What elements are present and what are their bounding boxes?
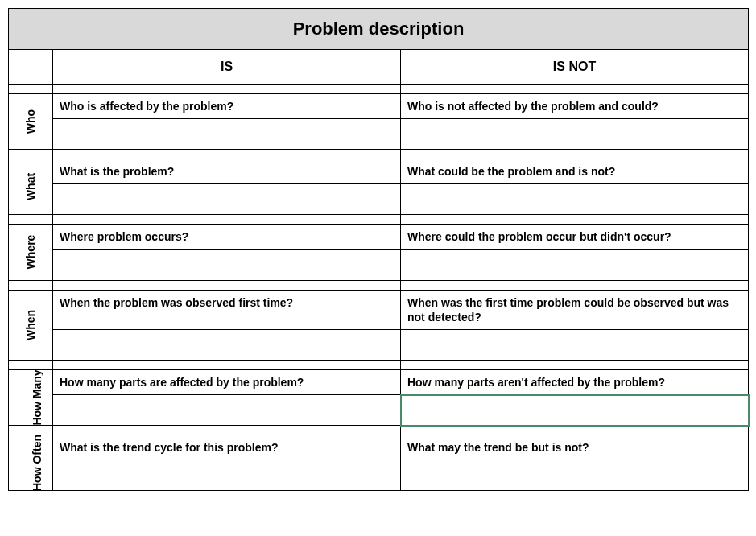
section-gap [9, 280, 749, 290]
table-row [9, 460, 749, 491]
header-blank [9, 50, 53, 85]
table-title: Problem description [9, 9, 749, 50]
is-question: What is the trend cycle for this problem… [53, 435, 401, 460]
isnot-question: What may the trend be but is not? [401, 435, 749, 460]
table-row: WhoWho is affected by the problem?Who is… [9, 94, 749, 119]
header-is: IS [53, 50, 401, 85]
is-question: What is the problem? [53, 159, 401, 184]
isnot-answer-cell[interactable] [401, 249, 749, 280]
is-answer-cell[interactable] [53, 184, 401, 215]
is-answer-cell[interactable] [53, 249, 401, 280]
header-isnot: IS NOT [401, 50, 749, 85]
row-label-text: How Often [31, 435, 43, 491]
section-gap [9, 360, 749, 369]
row-label: How Often [9, 435, 53, 491]
table-row: WhereWhere problem occurs?Where could th… [9, 225, 749, 249]
is-answer-cell[interactable] [53, 460, 401, 491]
section-gap [9, 426, 749, 435]
is-answer-cell[interactable] [53, 395, 401, 426]
table-row [9, 119, 749, 150]
table-row [9, 184, 749, 215]
isnot-question: How many parts aren't affected by the pr… [401, 369, 749, 394]
section-gap [9, 85, 749, 94]
is-question: Who is affected by the problem? [53, 94, 401, 119]
table-row: How OftenWhat is the trend cycle for thi… [9, 435, 749, 460]
table-row: WhatWhat is the problem?What could be th… [9, 159, 749, 184]
isnot-answer-cell[interactable] [401, 184, 749, 215]
is-answer-cell[interactable] [53, 329, 401, 360]
table-row [9, 249, 749, 280]
row-label: How Many [9, 369, 53, 425]
isnot-answer-cell[interactable] [401, 395, 749, 426]
row-label-text: How Many [31, 369, 43, 425]
row-label-text: What [24, 173, 37, 200]
row-label-text: Who [24, 109, 37, 134]
row-label-text: Where [24, 235, 37, 270]
problem-description-table: Problem description IS IS NOT WhoWho is … [8, 8, 749, 491]
isnot-answer-cell[interactable] [401, 119, 749, 150]
isnot-question: Where could the problem occur but didn't… [401, 225, 749, 249]
isnot-answer-cell[interactable] [401, 460, 749, 491]
section-gap [9, 215, 749, 225]
table-row: WhenWhen the problem was observed first … [9, 290, 749, 329]
is-question: When the problem was observed first time… [53, 290, 401, 329]
section-gap [9, 150, 749, 159]
row-label: Where [9, 225, 53, 280]
row-label: When [9, 290, 53, 360]
isnot-question: Who is not affected by the problem and c… [401, 94, 749, 119]
row-label: What [9, 159, 53, 215]
is-question: Where problem occurs? [53, 225, 401, 249]
isnot-question: What could be the problem and is not? [401, 159, 749, 184]
table-row [9, 395, 749, 426]
row-label-text: When [24, 310, 37, 340]
table-row [9, 329, 749, 360]
is-question: How many parts are affected by the probl… [53, 369, 401, 394]
isnot-question: When was the first time problem could be… [401, 290, 749, 329]
row-label: Who [9, 94, 53, 150]
is-answer-cell[interactable] [53, 119, 401, 150]
table-row: How ManyHow many parts are affected by t… [9, 369, 749, 394]
isnot-answer-cell[interactable] [401, 329, 749, 360]
